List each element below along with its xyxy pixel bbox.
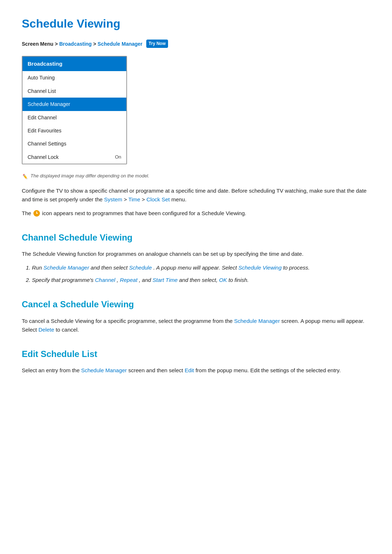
page-title: Schedule Viewing	[22, 15, 370, 33]
step2-text-after: to finish.	[228, 277, 249, 283]
step-1: Run Schedule Manager and then select Sch…	[32, 263, 370, 272]
menu-item-edit-channel[interactable]: Edit Channel	[23, 111, 126, 124]
menu-item-channel-list[interactable]: Channel List	[23, 85, 126, 98]
step1-link1[interactable]: Schedule Manager	[44, 264, 89, 271]
menu-item-channel-lock[interactable]: Channel Lock On	[23, 151, 126, 164]
breadcrumb-sep1: >	[93, 40, 96, 48]
step1-link3[interactable]: Schedule Viewing	[238, 264, 282, 271]
intro-text2: >	[124, 196, 128, 202]
schedule-clock-icon	[33, 210, 40, 217]
cancel-link1[interactable]: Schedule Manager	[234, 318, 280, 324]
edit-schedule-text: Select an entry from the Schedule Manage…	[22, 366, 370, 375]
section-title-cancel-schedule: Cancel a Schedule Viewing	[22, 297, 370, 311]
menu-item-channel-settings[interactable]: Channel Settings	[23, 137, 126, 150]
link-clock-set[interactable]: Clock Set	[147, 196, 170, 202]
step-2: Specify that programme's Channel , Repea…	[32, 276, 370, 284]
broadcasting-menu: Broadcasting Auto Tuning Channel List Sc…	[22, 56, 127, 164]
intro-text1: Configure the TV to show a specific chan…	[22, 188, 367, 202]
menu-item-edit-favourites[interactable]: Edit Favourites	[23, 124, 126, 137]
channel-schedule-intro: The Schedule Viewing function for progra…	[22, 250, 370, 258]
note-text: The displayed image may differ depending…	[30, 172, 149, 180]
the-text: The	[22, 209, 31, 218]
section-title-edit-schedule: Edit Schedule List	[22, 347, 370, 361]
channel-schedule-steps: Run Schedule Manager and then select Sch…	[32, 263, 370, 284]
edit-intro-mid: screen and then select	[128, 367, 183, 373]
step2-text-mid2: , and	[139, 277, 153, 283]
step2-link4[interactable]: OK	[219, 277, 227, 283]
edit-link2[interactable]: Edit	[185, 367, 194, 373]
breadcrumb-prefix: Screen Menu >	[22, 40, 58, 48]
link-time[interactable]: Time	[128, 196, 140, 202]
try-now-badge[interactable]: Try Now	[146, 40, 168, 48]
step1-text-after: to process.	[283, 264, 310, 271]
menu-item-schedule-manager[interactable]: Schedule Manager	[23, 98, 126, 111]
step2-text-before: Specify that programme's	[32, 277, 94, 283]
step2-link2[interactable]: Repeat	[120, 277, 137, 283]
step1-text-before: Run	[32, 264, 42, 271]
icon-paragraph: The icon appears next to programmes that…	[22, 209, 370, 218]
menu-header: Broadcasting	[23, 57, 126, 71]
intro-text3: >	[142, 196, 147, 202]
link-system[interactable]: System	[104, 196, 122, 202]
step2-link1[interactable]: Channel	[95, 277, 115, 283]
note-row: ✏️ The displayed image may differ depend…	[22, 172, 370, 181]
edit-intro-after: from the popup menu. Edit the settings o…	[196, 367, 341, 373]
step2-text-mid1: ,	[117, 277, 120, 283]
step2-text-mid3: and then select,	[179, 277, 219, 283]
step1-text-mid2: . A popup menu will appear. Select	[153, 264, 237, 271]
step2-link3[interactable]: Start Time	[152, 277, 177, 283]
cancel-schedule-text: To cancel a Schedule Viewing for a speci…	[22, 317, 370, 334]
step1-text-mid1: and then select	[91, 264, 128, 271]
breadcrumb: Screen Menu > Broadcasting > Schedule Ma…	[22, 40, 370, 48]
menu-item-auto-tuning[interactable]: Auto Tuning	[23, 71, 126, 84]
cancel-intro-after: to cancel.	[56, 327, 79, 333]
breadcrumb-link-schedule-manager[interactable]: Schedule Manager	[98, 40, 143, 48]
pencil-icon: ✏️	[22, 173, 28, 181]
intro-text4: menu.	[171, 196, 187, 202]
breadcrumb-link-broadcasting[interactable]: Broadcasting	[59, 40, 91, 48]
cancel-intro-before: To cancel a Schedule Viewing for a speci…	[22, 318, 233, 324]
icon-description-text: icon appears next to programmes that hav…	[42, 209, 246, 218]
cancel-link2[interactable]: Delete	[38, 327, 54, 333]
step1-link2[interactable]: Schedule	[129, 264, 152, 271]
edit-link1[interactable]: Schedule Manager	[81, 367, 127, 373]
section-title-channel-schedule: Channel Schedule Viewing	[22, 231, 370, 245]
edit-intro-before: Select an entry from the	[22, 367, 79, 373]
intro-paragraph: Configure the TV to show a specific chan…	[22, 186, 370, 204]
